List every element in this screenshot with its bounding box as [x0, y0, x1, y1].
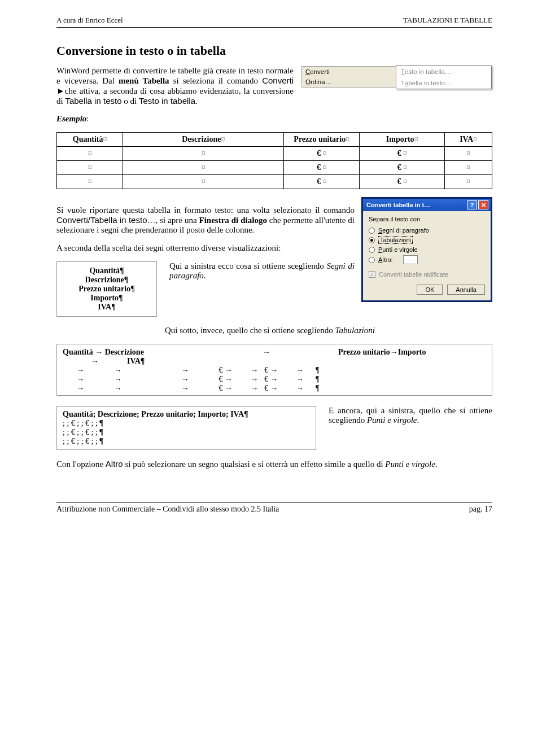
th-importo: Importo [386, 135, 414, 143]
context-menu: Converti ▶ Testo in tabella… Tabella in … [301, 66, 492, 88]
th-descrizione: Descrizione [182, 135, 221, 143]
paragraph-3: A seconda della scelta dei segni otterre… [56, 243, 355, 253]
dialog-title: Converti tabella in t… [366, 202, 467, 208]
th-iva: IVA [460, 135, 473, 143]
example-table: Quantità¤ Descrizione¤ Prezzo unitario¤ … [56, 132, 492, 189]
dialog-section-label: Separa il testo con [369, 216, 485, 222]
intro-opt1: Tabella in testo [65, 96, 121, 106]
table-row: ¤ ¤ € ¤ € ¤ ¤ [57, 175, 492, 189]
convert-dialog: Converti tabella in t… ? ✕ Separa il tes… [361, 197, 492, 302]
menu-ordina[interactable]: Ordina… [302, 77, 492, 87]
esempio-label: Esempio: [56, 114, 492, 124]
intro-text-c: si seleziona il comando [169, 76, 263, 85]
intro-paragraph: WinWord permette di convertire le tabell… [56, 66, 294, 106]
th-quantita: Quantità [73, 135, 103, 143]
th-prezzo: Prezzo unitario [294, 135, 346, 143]
header-left: A cura di Enrico Eccel [56, 16, 123, 25]
note-3: E ancora, qui a sinistra, quello che si … [329, 406, 492, 425]
punti-virgole-result-box: Quantità; Descrizione; Prezzo unitario; … [56, 406, 316, 450]
intro-text-i: . [195, 97, 198, 106]
header-right: TABULAZIONI E TABELLE [403, 16, 492, 25]
submenu-testo-in-tabella[interactable]: Testo in tabella… [396, 66, 491, 77]
radio-altro[interactable]: Altro: - [369, 254, 485, 265]
header-rule [56, 27, 492, 28]
paragraph-result-box: Quantità¶ Descrizione¶ Prezzo unitario¶ … [56, 261, 157, 317]
ok-button[interactable]: OK [417, 285, 443, 295]
dialog-help-button[interactable]: ? [467, 200, 477, 209]
radio-segni-paragrafo[interactable]: Segni di paragrafo [369, 226, 485, 235]
footer-rule [56, 502, 492, 502]
check-nidificate: ✓Converti tabelle nidificate [369, 271, 485, 278]
footer-right: pag. 17 [469, 505, 492, 514]
table-row: ¤ ¤ € ¤ € ¤ ¤ [57, 161, 492, 175]
radio-punti-virgole[interactable]: Punti e virgole [369, 245, 485, 254]
footer-left: Attribuzione non Commerciale – Condividi… [56, 505, 279, 514]
tabulazioni-result-box: Quantità → Descrizione→Prezzo unitario→I… [56, 344, 492, 396]
intro-menu: menù Tabella [119, 76, 169, 85]
intro-opt2: Testo in tabella [139, 96, 195, 106]
note-2: Qui sotto, invece, quello che si ottiene… [165, 326, 492, 335]
table-row: ¤ ¤ € ¤ € ¤ ¤ [57, 147, 492, 161]
intro-text-g: o di [122, 97, 139, 106]
cancel-button[interactable]: Annulla [447, 285, 485, 295]
note-1: Qui a sinistra ecco cosa si ottiene sceg… [164, 261, 355, 281]
page-title: Conversione in testo o in tabella [56, 43, 492, 58]
paragraph-2: Si vuole riportare questa tabella in for… [56, 206, 355, 235]
altro-input[interactable]: - [403, 255, 418, 264]
radio-tabulazioni[interactable]: Tabulazioni [369, 235, 485, 245]
dialog-close-button[interactable]: ✕ [478, 200, 488, 209]
final-paragraph: Con l'opzione Altro si può selezionare u… [56, 459, 492, 469]
